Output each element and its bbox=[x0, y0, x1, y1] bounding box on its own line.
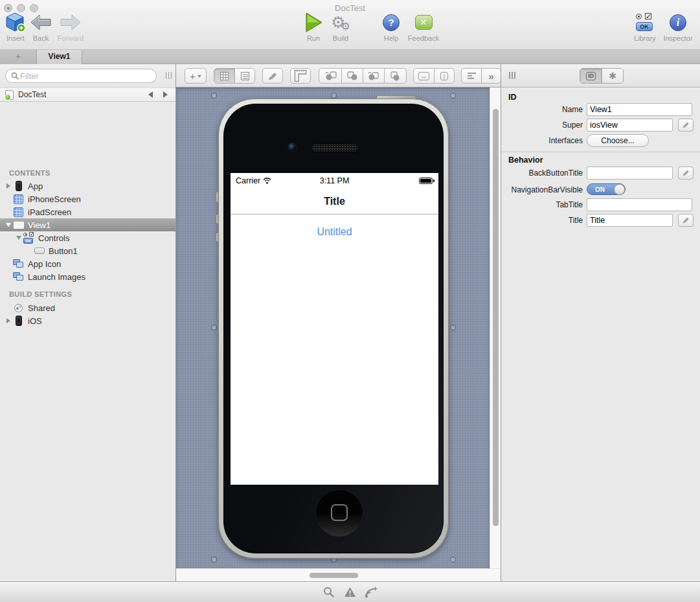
disclosure-right-icon[interactable] bbox=[6, 183, 10, 189]
resize-handle-bottom-right[interactable] bbox=[450, 557, 456, 562]
filter-field[interactable] bbox=[5, 69, 157, 83]
resize-handle-top-left[interactable] bbox=[211, 93, 217, 98]
bring-to-front-button[interactable] bbox=[320, 69, 341, 83]
sidebar-item-ios[interactable]: iOS bbox=[0, 314, 175, 327]
inspector-toolbar: ID ✱ bbox=[501, 64, 700, 87]
sidebar-item-ipadscreen[interactable]: iPadScreen bbox=[0, 205, 175, 218]
help-label: Help bbox=[373, 34, 409, 42]
filter-input[interactable] bbox=[19, 71, 135, 82]
autosize-width-button[interactable]: ↔ bbox=[414, 69, 434, 83]
inspector-pane-toggle-icon[interactable] bbox=[509, 72, 515, 79]
forward-label: Forward bbox=[52, 34, 89, 42]
home-button bbox=[315, 489, 363, 537]
feedback-bubble-icon: ✕ bbox=[415, 15, 433, 30]
toolbar-overflow-button[interactable]: » bbox=[481, 69, 501, 83]
help-question-icon: ? bbox=[383, 14, 400, 31]
resize-handle-top-right[interactable] bbox=[450, 93, 456, 98]
edit-title-button[interactable] bbox=[678, 214, 694, 227]
align-button[interactable] bbox=[462, 69, 481, 83]
navigation-bar[interactable]: Title bbox=[231, 189, 438, 214]
sidebar-item-app[interactable]: App bbox=[0, 179, 175, 192]
sidebar: DocTest CONTENTS App iPhoneScreen iPadSc… bbox=[0, 64, 176, 581]
form-view-button[interactable] bbox=[234, 69, 254, 83]
vertical-scrollbar-thumb[interactable] bbox=[493, 109, 499, 526]
name-row: Name bbox=[501, 103, 700, 116]
add-tab-button[interactable]: + bbox=[0, 50, 37, 64]
library-button[interactable]: ✓ OK Library bbox=[627, 11, 663, 42]
search-issues-icon[interactable] bbox=[323, 586, 334, 597]
disclosure-down-icon[interactable] bbox=[16, 236, 21, 240]
sidebar-pane-toggle-icon[interactable] bbox=[166, 72, 172, 79]
view-mode-segmented bbox=[214, 68, 255, 84]
id-mode-button[interactable]: ID bbox=[580, 69, 602, 83]
super-input[interactable] bbox=[587, 119, 673, 132]
title-input[interactable] bbox=[587, 214, 673, 227]
choose-interfaces-button[interactable]: Choose... bbox=[587, 134, 649, 147]
settings-mode-button[interactable]: ✱ bbox=[602, 69, 623, 83]
feedback-button[interactable]: ✕ Feedback bbox=[405, 11, 442, 42]
iphone-icon bbox=[16, 316, 22, 326]
ruler-button[interactable] bbox=[290, 68, 311, 84]
sidebar-item-view1[interactable]: View1 bbox=[0, 218, 175, 231]
warning-icon[interactable] bbox=[344, 586, 356, 597]
bring-forward-icon bbox=[367, 71, 380, 81]
design-canvas[interactable]: Carrier 3:11 PM Title bbox=[176, 87, 490, 568]
sidebar-item-app-icon[interactable]: App Icon bbox=[0, 257, 175, 270]
iphone-mockup[interactable]: Carrier 3:11 PM Title bbox=[218, 98, 449, 559]
send-backward-button[interactable] bbox=[384, 69, 405, 83]
button-icon bbox=[34, 248, 45, 254]
search-icon bbox=[11, 72, 19, 80]
add-object-button[interactable]: + bbox=[185, 68, 207, 84]
navigation-bar-visible-toggle[interactable]: ON bbox=[587, 183, 626, 195]
history-back-icon[interactable] bbox=[148, 91, 153, 98]
edit-super-button[interactable] bbox=[678, 119, 694, 132]
sidebar-item-button1[interactable]: Button1 bbox=[0, 244, 175, 257]
inspector-button[interactable]: i Inspector bbox=[660, 11, 696, 42]
toggle-knob[interactable] bbox=[614, 184, 625, 195]
resize-handle-middle-right[interactable] bbox=[450, 325, 456, 330]
sidebar-item-controls[interactable]: ✓OK Controls bbox=[0, 231, 175, 244]
forward-button[interactable]: Forward bbox=[52, 11, 89, 42]
horizontal-scrollbar-thumb[interactable] bbox=[310, 573, 358, 578]
build-button[interactable]: ⚙ ⚙ Build bbox=[322, 11, 359, 42]
untitled-button[interactable]: Untitled bbox=[317, 226, 352, 237]
contents-section-header: CONTENTS bbox=[9, 169, 51, 177]
disclosure-down-icon[interactable] bbox=[6, 223, 11, 227]
resize-handle-top-center[interactable] bbox=[331, 93, 337, 98]
grid-view-button[interactable] bbox=[214, 69, 234, 83]
back-button-title-input[interactable] bbox=[587, 167, 673, 179]
phone-screen[interactable]: Carrier 3:11 PM Title bbox=[231, 173, 438, 485]
tab-view1[interactable]: View1 bbox=[37, 50, 82, 64]
inspector-mode-segmented: ID ✱ bbox=[580, 68, 624, 84]
help-button[interactable]: ? Help bbox=[373, 11, 409, 42]
history-forward-icon[interactable] bbox=[163, 91, 168, 98]
navigation-bar-visible-label: NavigationBarVisible bbox=[501, 183, 583, 196]
behavior-section-title: Behavior bbox=[508, 156, 543, 165]
pencil-icon bbox=[268, 71, 278, 81]
tab-title-input[interactable] bbox=[587, 198, 692, 211]
bring-forward-button[interactable] bbox=[363, 69, 384, 83]
resize-handle-middle-left[interactable] bbox=[211, 325, 217, 330]
edit-back-button-title-button[interactable] bbox=[678, 167, 694, 179]
nav-title[interactable]: Title bbox=[324, 196, 345, 207]
sidebar-item-iphonescreen[interactable]: iPhoneScreen bbox=[0, 192, 175, 205]
document-row[interactable]: DocTest bbox=[0, 87, 175, 102]
sidebar-item-shared[interactable]: Shared bbox=[0, 301, 175, 314]
super-label: Super bbox=[501, 119, 583, 132]
disclosure-right-icon[interactable] bbox=[6, 318, 10, 323]
size-group: ↔ ↕ bbox=[413, 68, 455, 84]
send-to-back-button[interactable] bbox=[341, 69, 363, 83]
name-input[interactable] bbox=[587, 103, 692, 116]
front-camera-icon bbox=[288, 143, 297, 152]
live-signal-icon[interactable] bbox=[365, 586, 378, 598]
screen-grid-icon bbox=[14, 194, 23, 204]
chevrons-right-icon: » bbox=[488, 71, 493, 82]
controls-icon: ✓OK bbox=[23, 233, 34, 244]
id-section-title: ID bbox=[508, 93, 517, 102]
caret-down-icon bbox=[198, 75, 201, 80]
resize-handle-bottom-left[interactable] bbox=[211, 557, 217, 562]
pencil-icon bbox=[682, 216, 690, 224]
sidebar-item-launch-images[interactable]: Launch Images bbox=[0, 270, 175, 283]
edit-button[interactable] bbox=[262, 68, 283, 84]
autosize-height-button[interactable]: ↕ bbox=[434, 69, 454, 83]
